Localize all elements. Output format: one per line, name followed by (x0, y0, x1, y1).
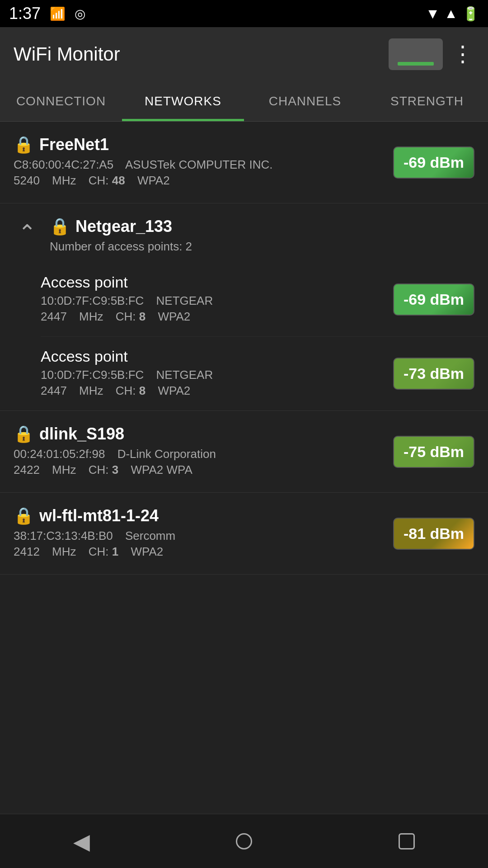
ap1-name: Access point (41, 274, 222, 291)
mac-wl-ftl: 38:17:C3:13:4B:B0 (14, 529, 113, 542)
tab-channels[interactable]: CHANNELS (244, 81, 366, 121)
nav-recents-button[interactable] (389, 823, 425, 859)
access-points-list-netgear133: Access point 10:0D:7F:C9:5B:FC NETGEAR 2… (0, 263, 488, 411)
ch-freenet1: CH: 48 (89, 174, 125, 187)
overflow-menu-button[interactable]: ⋮ (452, 43, 474, 65)
lock-icon-wl-ftl: 🔒 (14, 506, 34, 525)
ap2-name: Access point (41, 348, 222, 365)
tab-strength[interactable]: STRENGTH (366, 81, 488, 121)
security-dlink: WPA2 WPA (131, 463, 192, 476)
security-wl-ftl: WPA2 (131, 545, 163, 558)
ap1-freq: 2447 MHz (41, 310, 103, 323)
lock-icon-netgear133: 🔒 (50, 217, 70, 236)
app-title: WiFi Monitor (14, 43, 120, 65)
home-icon (236, 833, 252, 849)
security-freenet1: WPA2 (137, 174, 170, 187)
freq-wl-ftl: 2412 MHz (14, 545, 76, 558)
signal-bars-icon: ▲ (444, 6, 458, 21)
notification-icon-1: 📶 (50, 6, 66, 21)
signal-badge-wl-ftl: -81 dBm (393, 518, 474, 550)
ap1-security: WPA2 (158, 310, 190, 323)
ap1-vendor: NETGEAR (156, 294, 213, 307)
freq-freenet1: 5240 MHz (14, 174, 76, 187)
mac-dlink: 00:24:01:05:2f:98 (14, 447, 105, 461)
nav-back-button[interactable]: ◀ (63, 823, 99, 859)
wifi-indicator-bar (398, 62, 434, 66)
ap1-ch: CH: 8 (116, 310, 145, 323)
ap2-freq: 2447 MHz (41, 384, 103, 397)
bottom-nav: ◀ (0, 814, 488, 868)
status-time: 1:37 (9, 4, 41, 23)
network-name-wl-ftl: wl-ftl-mt81-1-24 (39, 506, 159, 525)
tab-networks[interactable]: NETWORKS (122, 81, 244, 121)
wifi-status-icon: ▼ (426, 5, 440, 22)
signal-badge-ap1: -69 dBm (393, 283, 474, 316)
status-bar: 1:37 📶 ◎ ▼ ▲ 🔋 (0, 0, 488, 27)
tab-connection[interactable]: CONNECTION (0, 81, 122, 121)
tab-bar: CONNECTION NETWORKS CHANNELS STRENGTH (0, 81, 488, 122)
network-item-wl-ftl[interactable]: 🔒 wl-ftl-mt81-1-24 38:17:C3:13:4B:B0 Ser… (0, 493, 488, 575)
ap1-mac: 10:0D:7F:C9:5B:FC (41, 294, 144, 307)
wifi-indicator[interactable] (389, 38, 443, 70)
ap2-ch: CH: 8 (116, 384, 145, 397)
signal-badge-freenet1: -69 dBm (393, 146, 474, 179)
battery-icon: 🔋 (462, 6, 479, 22)
network-item-dlink[interactable]: 🔒 dlink_S198 00:24:01:05:2f:98 D-Link Co… (0, 411, 488, 493)
ap2-vendor: NETGEAR (156, 368, 213, 382)
network-item-freenet1[interactable]: 🔒 FreeNet1 C8:60:00:4C:27:A5 ASUSTek COM… (0, 122, 488, 203)
back-icon: ◀ (73, 829, 90, 854)
ap2-mac: 10:0D:7F:C9:5B:FC (41, 368, 144, 382)
lock-icon-dlink: 🔒 (14, 425, 34, 443)
mac-freenet1: C8:60:00:4C:27:A5 (14, 158, 113, 171)
access-point-2-netgear133[interactable]: Access point 10:0D:7F:C9:5B:FC NETGEAR 2… (41, 337, 488, 410)
lock-icon-freenet1: 🔒 (14, 135, 34, 154)
nav-home-button[interactable] (226, 823, 262, 859)
ch-dlink: CH: 3 (89, 463, 118, 476)
network-name-dlink: dlink_S198 (39, 425, 124, 443)
access-points-count-netgear133: Number of access points: 2 (50, 240, 474, 263)
app-bar: WiFi Monitor ⋮ (0, 27, 488, 81)
freq-dlink: 2422 MHz (14, 463, 76, 476)
networks-list: 🔒 FreeNet1 C8:60:00:4C:27:A5 ASUSTek COM… (0, 122, 488, 814)
signal-badge-ap2: -73 dBm (393, 358, 474, 390)
vendor-wl-ftl: Sercomm (125, 529, 175, 542)
vendor-dlink: D-Link Corporation (117, 447, 216, 461)
vendor-freenet1: ASUSTek COMPUTER INC. (125, 158, 273, 171)
ch-wl-ftl: CH: 1 (89, 545, 118, 558)
recents-icon (399, 833, 415, 849)
notification-icon-2: ◎ (75, 6, 85, 21)
network-group-netgear133[interactable]: ⌃ 🔒 Netgear_133 Number of access points:… (0, 203, 488, 263)
chevron-up-icon: ⌃ (18, 220, 36, 245)
network-name-netgear133: Netgear_133 (75, 217, 172, 236)
access-point-1-netgear133[interactable]: Access point 10:0D:7F:C9:5B:FC NETGEAR 2… (41, 263, 488, 337)
signal-badge-dlink: -75 dBm (393, 436, 474, 468)
expand-button-netgear133[interactable]: ⌃ (14, 219, 41, 246)
ap2-security: WPA2 (158, 384, 190, 397)
network-name-freenet1: FreeNet1 (39, 135, 109, 154)
